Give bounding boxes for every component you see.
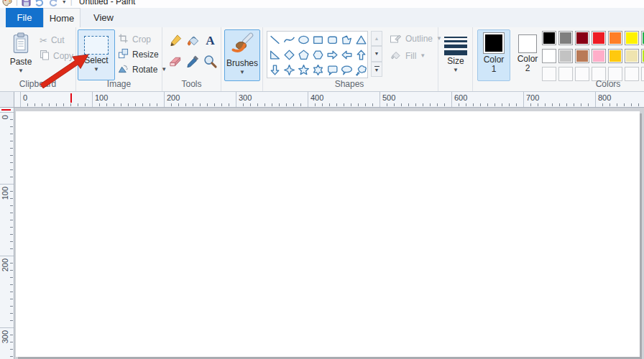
qat-separator2: | <box>70 0 73 6</box>
shapes-group: ▲ ▼ ▼ Outline ▼ Fill ▼ Shapes <box>263 27 438 91</box>
palette-swatch-1-3[interactable] <box>592 49 606 63</box>
pencil-icon[interactable] <box>167 31 183 50</box>
shapes-more-icon[interactable]: ▼ <box>371 62 382 77</box>
ribbon: Paste ▼ ✂ Cut Copy Clipboard Select ▼ Cr… <box>0 27 644 92</box>
color1-button[interactable]: Color 1 <box>477 29 510 81</box>
oval-callout-icon <box>341 64 353 76</box>
size-label: Size <box>447 57 464 66</box>
palette-swatch-1-0[interactable] <box>542 49 556 63</box>
rounded-rectangle-icon <box>326 34 339 46</box>
copy-label: Copy <box>53 51 73 61</box>
eraser-icon[interactable] <box>167 52 183 70</box>
line-icon <box>269 34 281 46</box>
select-label: Select <box>84 56 108 65</box>
size-button[interactable]: Size ▼ <box>441 29 470 81</box>
shape-oval-callout[interactable] <box>340 62 354 77</box>
shape-curve[interactable] <box>282 32 296 47</box>
triangle-icon <box>355 34 367 46</box>
shape-line[interactable] <box>268 32 282 47</box>
brushes-button[interactable]: Brushes ▼ <box>224 29 260 81</box>
vertical-ruler: 0100200300 <box>0 108 14 359</box>
color2-frame <box>518 34 537 53</box>
shape-rounded-callout[interactable] <box>326 62 339 77</box>
palette-swatch-0-6[interactable] <box>641 31 644 45</box>
palette-swatch-1-2[interactable] <box>575 49 589 63</box>
shape-polygon[interactable] <box>340 32 354 47</box>
outline-label: Outline <box>405 34 433 44</box>
tab-home[interactable]: Home <box>43 8 80 27</box>
copy-button[interactable]: Copy <box>40 50 73 62</box>
undo-icon[interactable] <box>34 0 45 6</box>
brushes-group: Brushes ▼ <box>221 27 263 91</box>
curve-icon <box>283 34 295 46</box>
shape-triangle[interactable] <box>354 32 368 47</box>
ruler-x-indicator <box>70 93 72 103</box>
shape-down-arrow[interactable] <box>268 62 282 77</box>
shape-rectangle[interactable] <box>311 32 325 47</box>
paste-label: Paste <box>10 57 32 67</box>
resize-button[interactable]: Resize <box>118 48 159 61</box>
shape-rounded-rectangle[interactable] <box>326 32 339 47</box>
size-group: Size ▼ <box>438 27 473 91</box>
right-arrow-icon <box>326 49 339 61</box>
cut-button[interactable]: ✂ Cut <box>40 34 65 47</box>
rotate-button[interactable]: Rotate ▼ <box>118 63 167 76</box>
palette-swatch-0-1[interactable] <box>558 31 573 45</box>
palette-swatch-1-4[interactable] <box>608 49 622 63</box>
shape-diamond[interactable] <box>282 47 296 62</box>
save-icon[interactable] <box>22 0 31 6</box>
ribbon-tab-bar: File Home View <box>0 8 644 27</box>
ruler-corner <box>0 92 14 108</box>
palette-swatch-0-0[interactable] <box>542 31 556 45</box>
palette-empty-0[interactable] <box>542 67 556 81</box>
palette-swatch-0-5[interactable] <box>625 31 639 45</box>
cloud-callout-icon <box>355 64 367 76</box>
shape-right-arrow[interactable] <box>326 47 339 62</box>
down-arrow-icon <box>269 64 281 76</box>
palette-swatch-0-4[interactable] <box>608 31 622 45</box>
palette-swatch-0-3[interactable] <box>592 31 606 45</box>
shape-right-triangle[interactable] <box>268 47 282 62</box>
image-group-label: Image <box>76 79 162 89</box>
shape-six-point-star[interactable] <box>311 62 325 77</box>
palette-swatch-1-6[interactable] <box>641 49 644 63</box>
crop-button[interactable]: Crop <box>118 33 151 46</box>
select-button[interactable]: Select ▼ <box>78 29 115 80</box>
text-icon[interactable]: A <box>202 31 218 50</box>
fill-with-color-icon[interactable] <box>185 31 201 50</box>
shape-cloud-callout[interactable] <box>354 62 368 77</box>
copy-icon <box>40 50 50 62</box>
magnifier-icon[interactable] <box>202 52 218 70</box>
qat-separator: | <box>16 0 18 6</box>
palette-swatch-0-2[interactable] <box>575 31 589 45</box>
shape-ellipse[interactable] <box>297 32 310 47</box>
shapes-scroll-up-icon[interactable]: ▲ <box>371 31 382 46</box>
select-dropdown-icon: ▼ <box>93 67 99 73</box>
fill-dropdown-icon: ▼ <box>420 53 426 59</box>
redo-icon[interactable] <box>48 0 58 6</box>
six-point-star-icon <box>312 64 324 76</box>
shapes-scrollbar: ▲ ▼ ▼ <box>371 31 382 77</box>
palette-swatch-1-1[interactable] <box>558 49 573 63</box>
shape-pentagon[interactable] <box>297 47 310 62</box>
color-picker-icon[interactable] <box>185 52 201 70</box>
shape-five-point-star[interactable] <box>297 62 310 77</box>
outline-button[interactable]: Outline ▼ <box>390 32 442 45</box>
color2-button[interactable]: Color 2 <box>513 29 542 81</box>
palette-swatch-1-5[interactable] <box>625 49 639 63</box>
customize-quick-access-icon[interactable]: ▾ <box>62 0 67 4</box>
color1-swatch <box>485 34 502 52</box>
shapes-group-label: Shapes <box>292 79 407 89</box>
tab-file[interactable]: File <box>6 8 43 27</box>
shapes-scroll-down-icon[interactable]: ▼ <box>371 46 382 61</box>
five-point-star-icon <box>298 64 310 76</box>
shape-up-arrow[interactable] <box>354 47 368 62</box>
shape-left-arrow[interactable] <box>340 47 354 62</box>
workspace <box>14 108 644 359</box>
fill-button[interactable]: Fill ▼ <box>390 50 426 62</box>
shape-four-point-star[interactable] <box>282 62 296 77</box>
tab-view[interactable]: View <box>85 8 122 27</box>
shape-hexagon[interactable] <box>311 47 325 62</box>
paste-button[interactable]: Paste ▼ <box>6 29 36 83</box>
canvas[interactable] <box>16 111 640 357</box>
